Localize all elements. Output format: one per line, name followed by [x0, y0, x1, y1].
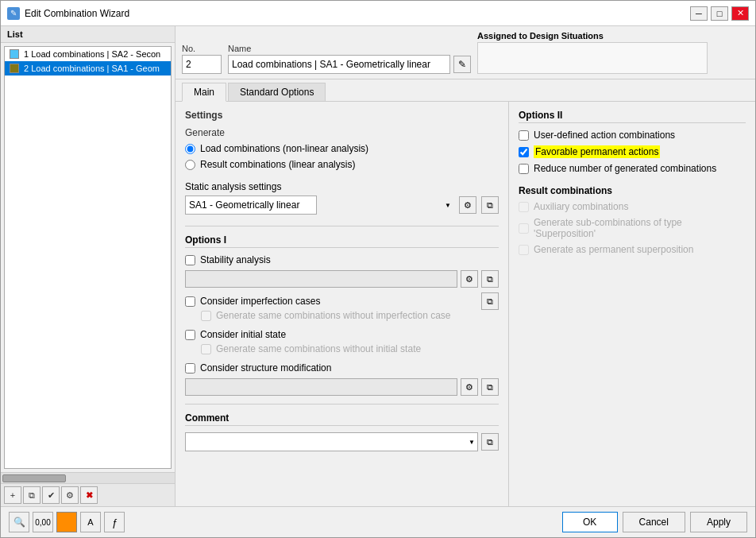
- radio-item-2[interactable]: Result combinations (linear analysis): [185, 159, 499, 170]
- structure-copy-btn[interactable]: ⧉: [481, 378, 499, 396]
- toolbar-delete-button[interactable]: ✖: [80, 486, 98, 504]
- minimize-button[interactable]: ─: [690, 6, 708, 21]
- comment-section: Comment ⧉: [185, 412, 499, 451]
- comment-row: ⧉: [185, 432, 499, 451]
- imperfection-label: Consider imperfection cases: [200, 296, 320, 307]
- no-field-group: No.: [182, 44, 222, 74]
- toolbar-copy-button[interactable]: ⧉: [23, 486, 40, 504]
- auxiliary-checkbox-item: Auxiliary combinations: [519, 201, 746, 212]
- close-button[interactable]: ✕: [731, 6, 749, 21]
- toolbar-settings-button[interactable]: ⚙: [61, 486, 79, 504]
- initial-state-sub-checkbox-item: Generate same combinations without initi…: [201, 343, 499, 354]
- initial-state-checkbox-item: Consider initial state: [185, 329, 499, 340]
- static-settings-btn[interactable]: ⚙: [459, 196, 476, 214]
- maximize-button[interactable]: □: [711, 6, 728, 21]
- auxiliary-label: Auxiliary combinations: [534, 201, 628, 212]
- imperfection-sub-label: Generate same combinations without imper…: [216, 310, 450, 321]
- color-btn[interactable]: [56, 512, 77, 532]
- scrollbar-thumb[interactable]: [2, 474, 66, 482]
- dialog-buttons: OK Cancel Apply: [562, 512, 747, 532]
- name-input[interactable]: [228, 55, 450, 74]
- tab-standard-options[interactable]: Standard Options: [228, 83, 326, 101]
- initial-state-sub-checkbox: [201, 344, 211, 354]
- text-btn[interactable]: A: [80, 512, 101, 532]
- content-area: Settings Generate Load combinations (non…: [176, 102, 755, 506]
- stability-row-btns: ⚙ ⧉: [185, 270, 499, 288]
- initial-state-checkbox[interactable]: [185, 330, 195, 340]
- main-window: ✎ Edit Combination Wizard ─ □ ✕ List 1 L…: [0, 0, 756, 538]
- favorable-checkbox-item: Favorable permanent actions: [519, 145, 746, 158]
- structure-mod-label: Consider structure modification: [200, 362, 331, 374]
- imperfection-group: Consider imperfection cases ⧉ Generate s…: [185, 292, 499, 321]
- structure-settings-btn[interactable]: ⚙: [461, 378, 478, 396]
- bottom-bar: 🔍 0,00 A ƒ OK Cancel Apply: [1, 506, 755, 537]
- imperfection-checkbox-item: Consider imperfection cases: [185, 296, 476, 307]
- list-item-color-2: [10, 64, 19, 73]
- initial-state-label: Consider initial state: [200, 329, 286, 340]
- stability-label: Stability analysis: [200, 254, 271, 265]
- static-copy-btn[interactable]: ⧉: [481, 196, 499, 214]
- func-btn[interactable]: ƒ: [104, 512, 125, 532]
- radio-load-combinations[interactable]: [185, 144, 195, 154]
- stability-settings-btn[interactable]: ⚙: [461, 270, 478, 288]
- options-i-section: Options I Stability analysis ⚙ ⧉: [185, 234, 499, 396]
- window-title: Edit Combination Wizard: [25, 8, 690, 19]
- stability-checkbox-item: Stability analysis: [185, 254, 499, 265]
- name-row: ✎: [228, 55, 471, 74]
- user-defined-checkbox-item: User-defined action combinations: [519, 130, 746, 141]
- name-edit-button[interactable]: ✎: [453, 56, 471, 73]
- radio-result-combinations[interactable]: [185, 160, 195, 170]
- imperfection-checkbox[interactable]: [185, 296, 195, 307]
- permanent-superposition-checkbox-item: Generate as permanent superposition: [519, 244, 746, 255]
- reduce-checkbox[interactable]: [519, 164, 529, 174]
- apply-button[interactable]: Apply: [690, 512, 747, 532]
- comment-dropdown[interactable]: [185, 432, 478, 451]
- no-input[interactable]: [182, 55, 222, 74]
- radio-item-1[interactable]: Load combinations (non-linear analysis): [185, 143, 499, 154]
- comment-copy-btn[interactable]: ⧉: [481, 433, 499, 451]
- static-analysis-dropdown[interactable]: SA1 - Geometrically linear: [185, 195, 317, 215]
- sub-combinations-label: Generate sub-combinations of type 'Super…: [534, 217, 746, 239]
- list-item[interactable]: 1 Load combinations | SA2 - Secon: [5, 47, 171, 61]
- list-area[interactable]: 1 Load combinations | SA2 - Secon 2 Load…: [4, 46, 172, 469]
- reduce-label: Reduce number of generated combinations: [534, 163, 716, 174]
- toolbar-add-button[interactable]: +: [4, 486, 21, 504]
- toolbar-check-button[interactable]: ✔: [42, 486, 60, 504]
- bottom-left-tools: 🔍 0,00 A ƒ: [9, 512, 562, 532]
- structure-mod-btns: ⚙ ⧉: [185, 378, 499, 396]
- list-label: List: [1, 26, 175, 43]
- title-bar: ✎ Edit Combination Wizard ─ □ ✕: [1, 1, 755, 26]
- settings-title: Settings: [185, 110, 499, 121]
- right-content: Options II User-defined action combinati…: [509, 102, 755, 506]
- num-btn[interactable]: 0,00: [33, 512, 53, 532]
- static-analysis-row: SA1 - Geometrically linear ⚙ ⧉: [185, 195, 499, 215]
- magnify-btn[interactable]: 🔍: [9, 512, 29, 532]
- static-analysis-label: Static analysis settings: [185, 181, 499, 192]
- stability-checkbox[interactable]: [185, 255, 195, 265]
- favorable-checkbox[interactable]: [519, 147, 529, 157]
- list-item-text-2: 2 Load combinations | SA1 - Geom: [24, 64, 160, 73]
- right-panel: No. Name ✎ Assigned to Design Situations: [176, 26, 755, 506]
- result-combinations-title: Result combinations: [519, 185, 746, 196]
- permanent-superposition-label: Generate as permanent superposition: [534, 244, 693, 255]
- tab-main[interactable]: Main: [182, 83, 226, 102]
- divider-2: [185, 404, 499, 404]
- imperfection-copy-btn[interactable]: ⧉: [481, 292, 499, 310]
- reduce-checkbox-item: Reduce number of generated combinations: [519, 163, 746, 174]
- window-controls: ─ □ ✕: [690, 6, 749, 21]
- stability-input-bar: [185, 270, 457, 288]
- user-defined-label: User-defined action combinations: [534, 130, 675, 141]
- sub-combinations-checkbox: [519, 223, 529, 234]
- cancel-button[interactable]: Cancel: [623, 512, 685, 532]
- user-defined-checkbox[interactable]: [519, 130, 529, 141]
- name-label: Name: [228, 44, 471, 53]
- stability-copy-btn[interactable]: ⧉: [481, 270, 499, 288]
- comment-title: Comment: [185, 412, 499, 426]
- imperfection-sub-checkbox: [201, 311, 211, 321]
- structure-mod-checkbox[interactable]: [185, 363, 195, 374]
- name-field-group: Name ✎: [228, 44, 471, 74]
- horizontal-scrollbar[interactable]: [1, 472, 175, 483]
- list-item-selected[interactable]: 2 Load combinations | SA1 - Geom: [5, 61, 171, 75]
- design-situations-box: [477, 42, 708, 74]
- ok-button[interactable]: OK: [562, 512, 618, 532]
